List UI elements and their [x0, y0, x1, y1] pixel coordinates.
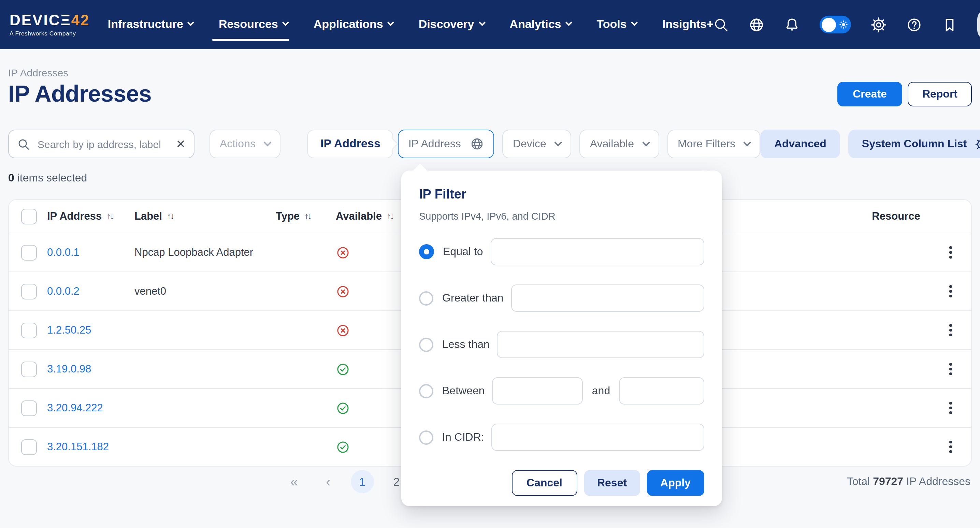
bell-icon[interactable] [784, 17, 800, 32]
filter-chip-ip-address[interactable]: IP Address [398, 130, 495, 158]
column-header-type[interactable]: Type↑↓ [276, 210, 336, 223]
filter-option-row: Equal to [419, 229, 704, 275]
select-all-checkbox[interactable] [21, 208, 37, 224]
menu-item-insights-[interactable]: Insights+ [662, 18, 713, 31]
first-page-button[interactable]: « [277, 474, 311, 490]
total-count: Total 79727 IP Addresses [847, 476, 970, 488]
sort-icon[interactable]: ↑↓ [387, 212, 393, 221]
chevron-down-icon [555, 139, 562, 147]
ip-address-link[interactable]: 1.2.50.25 [47, 324, 134, 336]
radio-greater-than[interactable] [419, 291, 433, 305]
row-checkbox[interactable] [21, 400, 37, 416]
gear-icon [975, 137, 980, 150]
option-label: Greater than [442, 292, 504, 304]
greater-than-input[interactable] [511, 285, 704, 312]
create-button[interactable]: Create [837, 81, 902, 106]
row-actions-kebab[interactable] [949, 359, 952, 379]
between-from-input[interactable] [492, 377, 583, 404]
menu-item-analytics[interactable]: Analytics [509, 18, 571, 31]
filter-option-row: Less than [419, 321, 704, 368]
device42-app: DEVICΞ42 A Freshworks Company Infrastruc… [0, 0, 980, 497]
ip-address-link[interactable]: 3.20.151.182 [47, 441, 134, 453]
row-checkbox[interactable] [21, 439, 37, 455]
system-column-list-button[interactable]: System Column List [848, 130, 980, 158]
ip-address-link[interactable]: 3.20.94.222 [47, 402, 134, 414]
in-cidr--input[interactable] [492, 424, 704, 451]
report-button[interactable]: Report [908, 81, 972, 106]
popup-title: IP Filter [419, 187, 704, 202]
theme-toggle[interactable] [820, 16, 851, 33]
menu-item-discovery[interactable]: Discovery [419, 18, 485, 31]
search-icon[interactable] [713, 17, 729, 32]
search-input[interactable] [36, 137, 175, 150]
menu-item-infrastructure[interactable]: Infrastructure [108, 18, 194, 31]
row-checkbox[interactable] [21, 283, 37, 299]
device42-logo[interactable]: DEVICΞ42 A Freshworks Company [10, 13, 90, 36]
filter-type-tag[interactable]: IP Address [307, 130, 393, 158]
filter-chip-device[interactable]: Device [503, 130, 571, 158]
radio-equal-to[interactable] [419, 244, 434, 259]
between-to-input[interactable] [619, 377, 704, 404]
clear-search-icon[interactable]: ✕ [175, 138, 187, 150]
logo-wordmark: DEVICΞ42 [10, 13, 90, 28]
radio-in-cidr-[interactable] [419, 430, 433, 444]
globe-icon [461, 137, 484, 151]
equal-to-input[interactable] [490, 238, 704, 266]
cancel-button[interactable]: Cancel [512, 470, 578, 496]
chevron-down-icon [744, 139, 752, 147]
filter-chip-more-filters[interactable]: More Filters [667, 130, 760, 158]
sort-icon[interactable]: ↑↓ [304, 212, 311, 221]
option-label: Less than [442, 338, 490, 351]
chevron-down-icon [631, 19, 638, 26]
apply-button[interactable]: Apply [647, 470, 704, 496]
popup-subtitle: Supports IPv4, IPv6, and CIDR [419, 211, 704, 222]
prev-page-button[interactable]: ‹ [311, 474, 345, 490]
advanced-button[interactable]: Advanced [760, 130, 840, 158]
column-header-ip-address[interactable]: IP Address↑↓ [47, 210, 134, 223]
chevron-down-icon [264, 139, 272, 147]
conjunction-label: and [592, 385, 610, 397]
chevron-down-icon [566, 19, 573, 26]
radio-less-than[interactable] [419, 337, 433, 351]
row-checkbox[interactable] [21, 245, 37, 260]
reset-button[interactable]: Reset [584, 470, 640, 496]
row-actions-kebab[interactable] [949, 398, 952, 418]
row-actions-kebab[interactable] [949, 320, 952, 340]
chevron-down-icon [479, 19, 485, 26]
top-nav: DEVICΞ42 A Freshworks Company Infrastruc… [0, 0, 980, 49]
page-title: IP Addresses [8, 81, 837, 107]
column-header-label[interactable]: Label↑↓ [134, 210, 276, 223]
nav-icon-group: A [713, 9, 980, 40]
row-actions-kebab[interactable] [949, 242, 952, 262]
ip-address-link[interactable]: 0.0.0.2 [47, 285, 134, 297]
radio-between[interactable] [419, 384, 433, 398]
row-checkbox[interactable] [21, 322, 37, 338]
avatar[interactable]: A [978, 9, 980, 40]
globe-icon[interactable] [749, 17, 765, 32]
page-1-button[interactable]: 1 [345, 470, 379, 493]
ip-filter-popup: IP Filter Supports IPv4, IPv6, and CIDR … [401, 170, 722, 506]
sort-icon[interactable]: ↑↓ [167, 212, 173, 221]
gear-icon[interactable] [871, 17, 887, 32]
filter-option-row: In CIDR: [419, 414, 704, 460]
actions-dropdown[interactable]: Actions [210, 130, 281, 158]
menu-item-resources[interactable]: Resources [219, 18, 288, 31]
menu-item-tools[interactable]: Tools [597, 18, 637, 31]
option-label: In CIDR: [442, 431, 484, 444]
menu-item-applications[interactable]: Applications [313, 18, 393, 31]
logo-subtitle: A Freshworks Company [10, 30, 90, 36]
breadcrumb[interactable]: IP Addresses [8, 67, 68, 78]
help-icon[interactable] [907, 17, 922, 32]
row-actions-kebab[interactable] [949, 281, 952, 302]
row-actions-kebab[interactable] [949, 437, 952, 457]
row-checkbox[interactable] [21, 361, 37, 377]
bookmark-icon[interactable] [942, 17, 958, 32]
ip-address-link[interactable]: 3.19.0.98 [47, 363, 134, 375]
sort-icon[interactable]: ↑↓ [107, 212, 113, 221]
filter-chip-available[interactable]: Available [580, 130, 659, 158]
label-cell: Npcap Loopback Adapter [134, 246, 276, 259]
less-than-input[interactable] [497, 331, 704, 358]
toolbar: ✕ Actions IP Address IP AddressDeviceAva… [8, 130, 972, 158]
filter-option-row: Greater than [419, 275, 704, 321]
ip-address-link[interactable]: 0.0.0.1 [47, 246, 134, 259]
